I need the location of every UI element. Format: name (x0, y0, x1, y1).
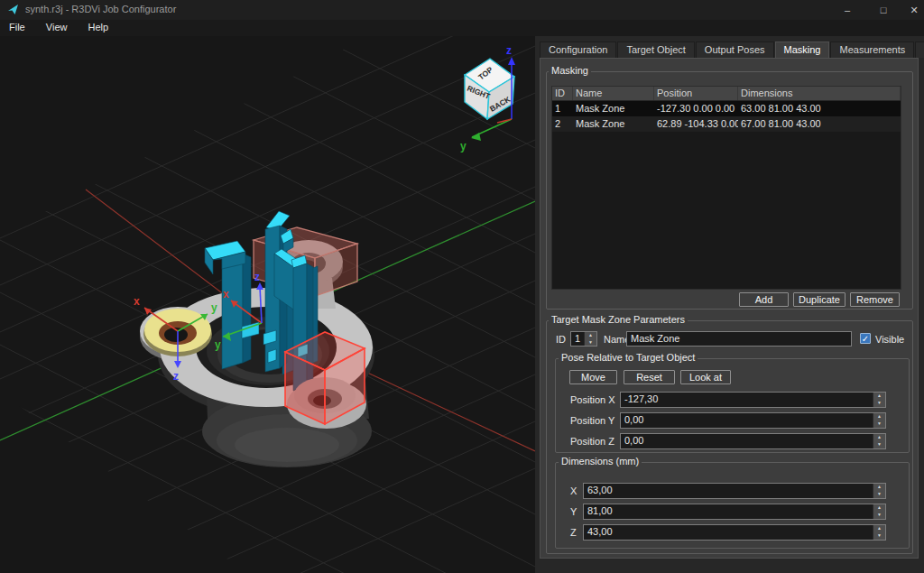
dim-z-label: Z (570, 527, 577, 538)
position-x-value: -127,30 (624, 393, 658, 404)
tab-output-poses[interactable]: Output Poses (696, 42, 774, 58)
cell-id: 1 (552, 101, 573, 116)
cell-name: Mask Zone (573, 116, 654, 132)
dim-x-spin-up[interactable] (873, 484, 885, 491)
menu-view[interactable]: View (37, 20, 77, 34)
reset-button[interactable]: Reset (624, 370, 675, 384)
id-label: ID (556, 334, 566, 345)
position-y-value: 0,00 (624, 414, 643, 425)
position-z-value: 0,00 (624, 435, 643, 446)
app-icon (8, 5, 19, 15)
dim-y-spin-down[interactable] (873, 512, 885, 519)
masking-tab-page: Masking ID Name Position Dimensions 1 Ma… (540, 58, 919, 559)
dimensions-group-label: Dimensions (mm) (559, 456, 642, 467)
position-y-spin-down[interactable] (873, 421, 885, 428)
duplicate-button[interactable]: Duplicate (793, 292, 845, 307)
parameters-group-label: Target Mask Zone Parameters (549, 314, 688, 325)
position-z-spin-down[interactable] (873, 441, 885, 448)
title-bar[interactable]: synth.r3j - R3DVi Job Configurator (0, 0, 924, 20)
tab-bar: ConfigurationTarget ObjectOutput PosesMa… (540, 42, 924, 59)
dim-y-spinbox[interactable]: 81,00 (583, 504, 886, 520)
mask-zone-table[interactable]: ID Name Position Dimensions 1 Mask Zone … (551, 86, 901, 290)
viewport-3d[interactable]: x y z x y z TOP RIGHT BACK z (0, 36, 535, 573)
remove-button[interactable]: Remove (850, 292, 900, 307)
cell-dimensions: 63.00 81.00 43.00 (738, 101, 901, 116)
axis-y-label: y (215, 338, 221, 351)
tab-target-object[interactable]: Target Object (617, 42, 694, 58)
orientation-cube[interactable]: TOP RIGHT BACK z y (460, 44, 515, 152)
position-z-label: Position Z (570, 436, 614, 447)
position-y-spinbox[interactable]: 0,00 (620, 412, 886, 429)
position-x-label: Position X (570, 394, 615, 405)
menu-file[interactable]: File (0, 20, 34, 34)
maximize-button[interactable] (868, 0, 899, 20)
move-button[interactable]: Move (569, 370, 617, 384)
position-x-spin-down[interactable] (873, 400, 885, 407)
position-x-spin-up[interactable] (873, 393, 885, 400)
dim-z-spinbox[interactable]: 43,00 (583, 524, 886, 541)
menu-help[interactable]: Help (79, 20, 118, 34)
dim-x-value: 63,00 (587, 485, 613, 495)
id-value: 1 (575, 333, 580, 344)
window-title: synth.r3j - R3DVi Job Configurator (25, 4, 176, 14)
cube-axis-y-label: y (460, 140, 467, 152)
dim-z-value: 43,00 (587, 526, 613, 537)
tab-masking[interactable]: Masking (775, 42, 830, 58)
id-spinbox[interactable]: 1 (570, 331, 597, 347)
axis-y-label: y (211, 301, 217, 314)
pose-group-label: Pose Relative to Target Object (559, 352, 698, 363)
look-at-button[interactable]: Look at (680, 370, 731, 384)
id-spin-down[interactable] (585, 339, 596, 347)
axis-x-label: x (134, 295, 140, 308)
dim-y-value: 81,00 (587, 505, 613, 516)
position-z-spin-up[interactable] (873, 434, 885, 441)
cell-id: 2 (552, 116, 573, 132)
add-button[interactable]: Add (739, 292, 789, 307)
position-y-spin-up[interactable] (873, 413, 885, 421)
col-id[interactable]: ID (552, 87, 573, 100)
dim-z-spin-up[interactable] (873, 525, 885, 532)
position-y-label: Position Y (570, 415, 614, 426)
right-panel: ConfigurationTarget ObjectOutput PosesMa… (535, 36, 924, 573)
tab-configuration[interactable]: Configuration (540, 42, 616, 58)
dim-x-spinbox[interactable]: 63,00 (583, 483, 886, 499)
dim-x-label: X (570, 485, 577, 496)
visible-label: Visible (875, 334, 904, 345)
id-spin-up[interactable] (585, 332, 596, 339)
cube-axis-z-label: z (506, 44, 512, 57)
minimize-button[interactable] (832, 0, 863, 20)
col-dimensions[interactable]: Dimensions (738, 87, 901, 100)
cell-position: -127.30 0.00 0.00 (654, 101, 738, 116)
name-input[interactable]: Mask Zone (626, 331, 852, 347)
tab-measurements[interactable]: Measurements (830, 42, 914, 58)
visible-checkbox[interactable] (860, 333, 871, 344)
col-name[interactable]: Name (573, 87, 654, 100)
masking-group-label: Masking (549, 65, 591, 76)
dim-y-label: Y (570, 506, 577, 517)
col-position[interactable]: Position (654, 87, 738, 100)
axis-z-label: z (173, 370, 179, 383)
dim-z-spin-down[interactable] (873, 532, 885, 540)
menu-bar: File View Help (0, 20, 924, 36)
table-row[interactable]: 2 Mask Zone 62.89 -104.33 0.00 67.00 81.… (552, 116, 901, 132)
tab-matching[interactable]: Matching (915, 42, 924, 58)
axis-x-label: x (223, 288, 229, 300)
axis-z-label: z (254, 271, 260, 283)
dim-y-spin-up[interactable] (873, 504, 885, 512)
table-row[interactable]: 1 Mask Zone -127.30 0.00 0.00 63.00 81.0… (552, 101, 901, 116)
cell-position: 62.89 -104.33 0.00 (654, 116, 738, 132)
position-z-spinbox[interactable]: 0,00 (620, 433, 886, 449)
table-header[interactable]: ID Name Position Dimensions (552, 87, 901, 101)
cell-dimensions: 67.00 81.00 43.00 (738, 116, 901, 132)
dim-x-spin-down[interactable] (873, 491, 885, 498)
cell-name: Mask Zone (573, 101, 654, 116)
position-x-spinbox[interactable]: -127,30 (620, 392, 886, 408)
close-button[interactable] (904, 0, 924, 20)
